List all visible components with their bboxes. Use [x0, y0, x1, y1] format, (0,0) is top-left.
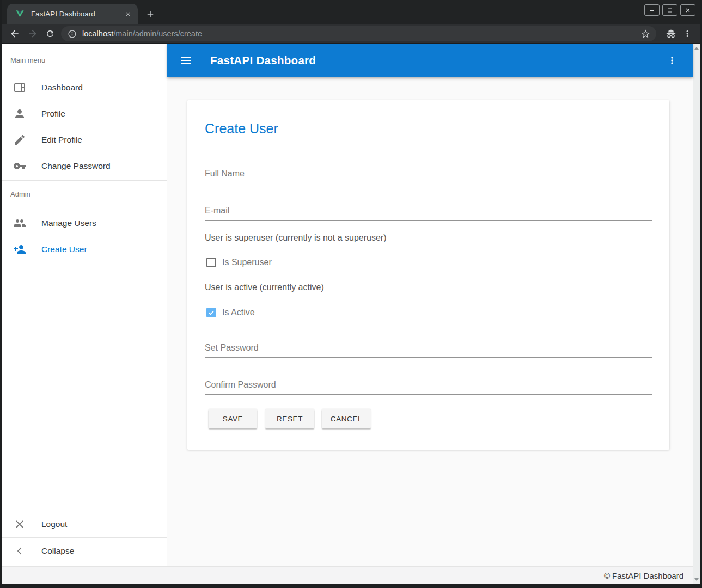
sidebar-divider [2, 180, 167, 181]
maximize-button[interactable] [662, 4, 677, 16]
sidebar-item-label: Collapse [41, 546, 74, 556]
sidebar-item-edit-profile[interactable]: Edit Profile [2, 127, 167, 153]
chevron-left-icon [13, 544, 26, 558]
browser-menu-icon[interactable] [682, 29, 692, 39]
card-title: Create User [205, 121, 278, 137]
is-superuser-checkbox[interactable]: Is Superuser [206, 257, 272, 268]
web-icon [13, 81, 26, 94]
checkbox-label: Is Superuser [222, 258, 272, 267]
sidebar-item-label: Dashboard [41, 83, 83, 93]
bookmark-star-icon[interactable] [640, 29, 651, 39]
sidebar-item-label: Edit Profile [41, 135, 82, 145]
scroll-up-icon[interactable] [693, 45, 700, 52]
sidebar-item-logout[interactable]: Logout [2, 511, 167, 537]
active-hint: User is active (currently active) [205, 281, 324, 294]
sidebar-item-label: Create User [41, 244, 87, 254]
forward-icon[interactable] [27, 28, 39, 40]
vue-favicon [15, 9, 25, 19]
close-window-button[interactable] [680, 4, 695, 16]
tab-title: FastAPI Dashboard [31, 10, 124, 18]
incognito-icon [665, 28, 677, 40]
person-icon [13, 107, 26, 120]
checkbox-label: Is Active [222, 308, 255, 317]
sidebar-item-change-password[interactable]: Change Password [2, 153, 167, 179]
save-button[interactable]: SAVE [209, 409, 257, 428]
browser-window: FastAPI Dashboard [0, 0, 702, 588]
copyright-text: © FastAPI Dashboard [604, 571, 683, 580]
set-password-field[interactable] [205, 338, 652, 358]
hamburger-menu-icon[interactable] [179, 54, 192, 67]
browser-titlebar: FastAPI Dashboard [2, 0, 700, 24]
cancel-button[interactable]: CANCEL [322, 409, 371, 428]
person-add-icon [13, 243, 26, 256]
email-field[interactable] [205, 201, 652, 220]
close-icon [13, 518, 26, 531]
checkbox-checked-icon[interactable] [206, 308, 216, 317]
pencil-icon [13, 133, 26, 146]
minimize-button[interactable] [644, 4, 660, 16]
app-menu-icon[interactable] [667, 55, 677, 66]
is-active-checkbox[interactable]: Is Active [206, 307, 255, 318]
key-icon [13, 160, 26, 173]
sidebar: Main menu Dashboard Profile [2, 44, 167, 566]
sidebar-item-manage-users[interactable]: Manage Users [2, 210, 167, 236]
sidebar-item-label: Manage Users [41, 218, 96, 228]
url-path: /main/admin/users/create [113, 29, 202, 38]
browser-tab[interactable]: FastAPI Dashboard [7, 4, 138, 24]
people-icon [13, 217, 26, 230]
app-bar: FastAPI Dashboard [167, 44, 693, 77]
new-tab-icon[interactable] [144, 8, 157, 21]
address-bar[interactable]: localhost/main/admin/users/create [61, 26, 656, 41]
scrollbar[interactable] [693, 44, 700, 584]
sidebar-item-create-user[interactable]: Create User [2, 236, 167, 262]
page-viewport: FastAPI Dashboard Main menu Dashboard [2, 44, 700, 584]
superuser-hint: User is superuser (currently is not a su… [205, 231, 386, 244]
tab-close-icon[interactable] [124, 10, 132, 19]
back-icon[interactable] [9, 28, 21, 40]
browser-toolbar: localhost/main/admin/users/create [2, 24, 700, 44]
page-footer: © FastAPI Dashboard [2, 566, 693, 584]
create-user-card: Create User User is superuser (currently… [187, 100, 669, 450]
sidebar-section-main-menu: Main menu [10, 56, 45, 64]
site-info-icon[interactable] [68, 29, 77, 39]
url-host: localhost [82, 29, 113, 38]
url-text: localhost/main/admin/users/create [82, 29, 640, 38]
confirm-password-field[interactable] [205, 375, 652, 395]
full-name-field[interactable] [205, 164, 652, 183]
app-title: FastAPI Dashboard [210, 54, 316, 67]
sidebar-item-label: Change Password [41, 161, 111, 171]
checkbox-unchecked-icon[interactable] [206, 258, 216, 267]
sidebar-section-admin: Admin [10, 190, 30, 198]
sidebar-item-profile[interactable]: Profile [2, 101, 167, 127]
sidebar-item-label: Logout [41, 519, 67, 529]
reload-icon[interactable] [44, 28, 56, 40]
sidebar-item-collapse[interactable]: Collapse [2, 538, 167, 564]
scroll-down-icon[interactable] [693, 576, 700, 583]
sidebar-item-label: Profile [41, 109, 65, 119]
reset-button[interactable]: RESET [265, 409, 314, 428]
sidebar-item-dashboard[interactable]: Dashboard [2, 75, 167, 101]
